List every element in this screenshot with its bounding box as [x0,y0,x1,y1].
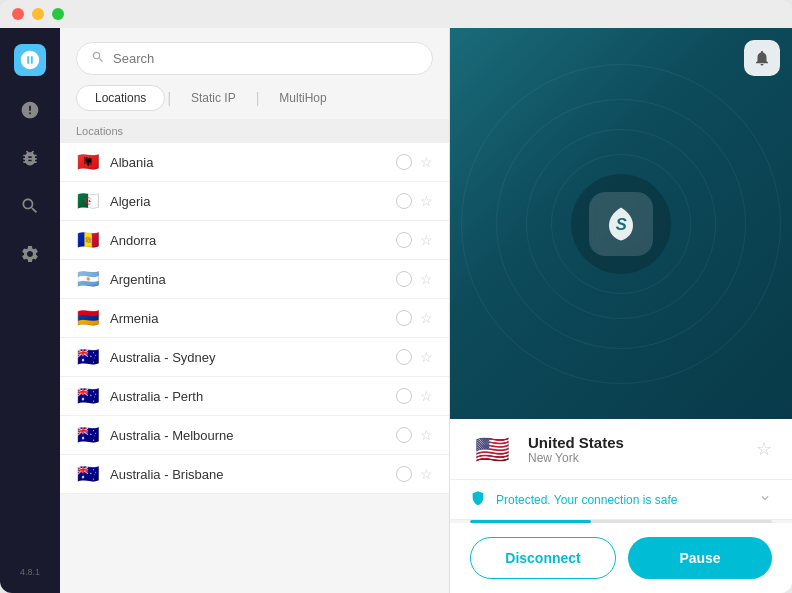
vpn-visual: S [450,28,792,419]
settings-sidebar-icon[interactable] [16,240,44,268]
close-button[interactable] [12,8,24,20]
tab-multihop[interactable]: MultiHop [261,86,344,110]
location-panel: Locations | Static IP | MultiHop Locatio… [60,28,450,593]
connection-city: New York [528,451,742,465]
list-item[interactable]: 🇦🇺 Australia - Brisbane ☆ [60,455,449,494]
radio-aus-melbourne[interactable] [396,427,412,443]
flag-andorra: 🇦🇩 [76,231,100,249]
flag-aus-perth: 🇦🇺 [76,387,100,405]
item-actions: ☆ [396,310,433,326]
svg-text:S: S [616,215,627,233]
country-name-aus-brisbane: Australia - Brisbane [110,467,386,482]
country-name-aus-sydney: Australia - Sydney [110,350,386,365]
list-item[interactable]: 🇦🇷 Argentina ☆ [60,260,449,299]
item-actions: ☆ [396,349,433,365]
flag-albania: 🇦🇱 [76,153,100,171]
tab-divider-2: | [256,90,260,106]
connection-country: United States [528,434,742,451]
flag-armenia: 🇦🇲 [76,309,100,327]
star-argentina[interactable]: ☆ [420,271,433,287]
radio-aus-perth[interactable] [396,388,412,404]
item-actions: ☆ [396,388,433,404]
item-actions: ☆ [396,232,433,248]
flag-argentina: 🇦🇷 [76,270,100,288]
action-buttons: Disconnect Pause [450,523,792,593]
flag-aus-brisbane: 🇦🇺 [76,465,100,483]
radio-aus-sydney[interactable] [396,349,412,365]
list-item[interactable]: 🇦🇺 Australia - Sydney ☆ [60,338,449,377]
country-name-argentina: Argentina [110,272,386,287]
flag-algeria: 🇩🇿 [76,192,100,210]
item-actions: ☆ [396,271,433,287]
vpn-logo: S [589,192,653,256]
star-algeria[interactable]: ☆ [420,193,433,209]
right-panel: S 🇺🇸 United States New York ☆ [450,28,792,593]
bug-sidebar-icon[interactable] [16,144,44,172]
star-aus-sydney[interactable]: ☆ [420,349,433,365]
connection-text: United States New York [528,434,742,465]
title-bar [0,0,792,28]
radio-albania[interactable] [396,154,412,170]
chevron-down-icon [758,491,772,508]
protected-bar[interactable]: Protected. Your connection is safe [450,480,792,520]
app-window: 4.8.1 Locations | Static IP | [0,0,792,593]
item-actions: ☆ [396,154,433,170]
bell-button[interactable] [744,40,780,76]
list-item[interactable]: 🇩🇿 Algeria ☆ [60,182,449,221]
radio-andorra[interactable] [396,232,412,248]
country-name-aus-perth: Australia - Perth [110,389,386,404]
search-icon [91,50,105,67]
list-item[interactable]: 🇦🇩 Andorra ☆ [60,221,449,260]
country-name-armenia: Armenia [110,311,386,326]
list-item[interactable]: 🇦🇺 Australia - Perth ☆ [60,377,449,416]
tab-bar: Locations | Static IP | MultiHop [60,85,449,119]
alert-sidebar-icon[interactable] [16,96,44,124]
country-name-albania: Albania [110,155,386,170]
country-name-algeria: Algeria [110,194,386,209]
item-actions: ☆ [396,466,433,482]
maximize-button[interactable] [52,8,64,20]
search-input[interactable] [113,51,418,66]
tab-locations[interactable]: Locations [76,85,165,111]
star-albania[interactable]: ☆ [420,154,433,170]
star-connection-button[interactable]: ☆ [756,438,772,460]
sidebar: 4.8.1 [0,28,60,593]
radio-aus-brisbane[interactable] [396,466,412,482]
star-armenia[interactable]: ☆ [420,310,433,326]
list-item[interactable]: 🇦🇺 Australia - Melbourne ☆ [60,416,449,455]
list-item[interactable]: 🇦🇲 Armenia ☆ [60,299,449,338]
connection-info: 🇺🇸 United States New York ☆ [450,419,792,480]
tab-static-ip[interactable]: Static IP [173,86,254,110]
search-bar [60,28,449,85]
disconnect-button[interactable]: Disconnect [470,537,616,579]
star-andorra[interactable]: ☆ [420,232,433,248]
tab-divider-1: | [167,90,171,106]
star-aus-brisbane[interactable]: ☆ [420,466,433,482]
search-wrapper [76,42,433,75]
country-name-andorra: Andorra [110,233,386,248]
item-actions: ☆ [396,427,433,443]
list-section-header: Locations [60,119,449,143]
app-body: 4.8.1 Locations | Static IP | [0,28,792,593]
location-list: Locations 🇦🇱 Albania ☆ 🇩🇿 Algeria ☆ [60,119,449,593]
search-sidebar-icon[interactable] [16,192,44,220]
country-name-aus-melbourne: Australia - Melbourne [110,428,386,443]
app-logo[interactable] [14,44,46,76]
star-aus-perth[interactable]: ☆ [420,388,433,404]
radio-algeria[interactable] [396,193,412,209]
item-actions: ☆ [396,193,433,209]
flag-aus-sydney: 🇦🇺 [76,348,100,366]
minimize-button[interactable] [32,8,44,20]
radio-armenia[interactable] [396,310,412,326]
protected-text: Protected. Your connection is safe [496,493,748,507]
pause-button[interactable]: Pause [628,537,772,579]
connection-flag: 🇺🇸 [470,433,514,465]
list-item[interactable]: 🇦🇱 Albania ☆ [60,143,449,182]
radio-argentina[interactable] [396,271,412,287]
shield-icon [470,490,486,509]
flag-aus-melbourne: 🇦🇺 [76,426,100,444]
star-aus-melbourne[interactable]: ☆ [420,427,433,443]
version-label: 4.8.1 [20,567,40,577]
